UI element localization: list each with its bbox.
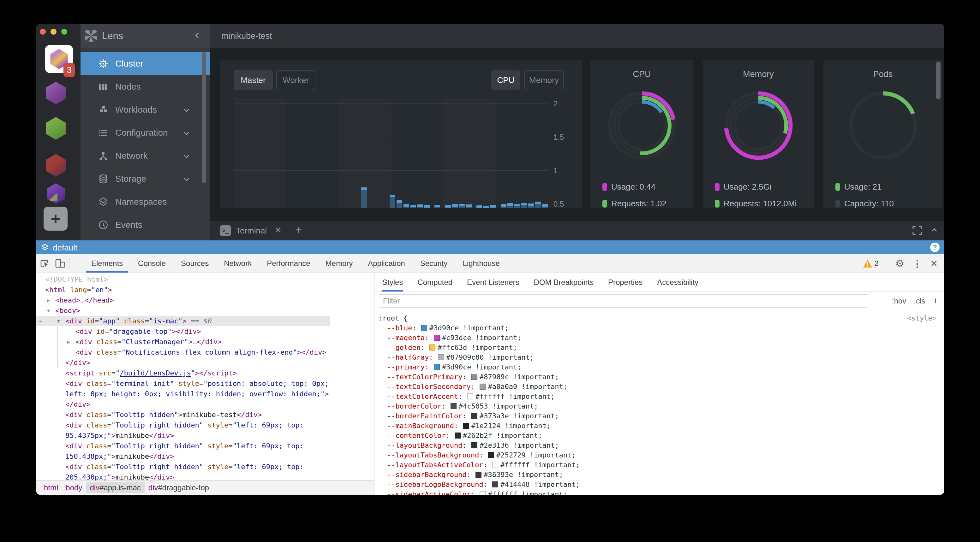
color-swatch[interactable] [480, 384, 485, 390]
devtools-settings-icon[interactable]: ⚙ [896, 257, 905, 269]
toggle-hover-state-button[interactable]: :hov [892, 296, 906, 305]
css-property[interactable]: --sidebarLogoBackground: #414448 !import… [378, 480, 936, 489]
color-swatch[interactable] [450, 403, 457, 409]
css-property[interactable]: --primary: #3d90ce !important; [378, 362, 936, 372]
dom-tree-node[interactable]: ▶<div class="ClusterManager">…</div> [36, 337, 330, 347]
node-menu-icon[interactable]: ⋯ [38, 316, 42, 326]
devtools-tab-security[interactable]: Security [413, 254, 455, 273]
devtools-tab-sources[interactable]: Sources [173, 254, 216, 273]
css-property[interactable]: --blue: #3d90ce !important; [378, 323, 936, 333]
stylesheet-source-link[interactable]: <style> [907, 313, 936, 323]
sidebar-item-workloads[interactable]: Workloads [81, 98, 210, 121]
metric-tab-memory[interactable]: Memory [524, 70, 564, 90]
inspect-element-icon[interactable] [40, 258, 50, 269]
color-swatch[interactable] [430, 344, 435, 350]
devtools-tab-lighthouse[interactable]: Lighthouse [455, 254, 507, 273]
css-property[interactable]: --layoutTabsActiveColor: #ffffff !import… [378, 460, 936, 470]
sidebar-item-configuration[interactable]: Configuration [81, 121, 210, 144]
namespace-selector[interactable]: default [53, 243, 77, 253]
devtools-menu-icon[interactable]: ⋮ [913, 258, 922, 269]
window-zoom-button[interactable] [61, 29, 67, 35]
dom-tree-node[interactable]: </div> [36, 399, 330, 409]
styles-tab-dom-breakpoints[interactable]: DOM Breakpoints [534, 273, 593, 292]
console-warning-counter[interactable]: 2 [863, 259, 878, 268]
node-tab-worker[interactable]: Worker [276, 70, 315, 90]
color-swatch[interactable] [471, 413, 477, 419]
dom-tree-node[interactable]: ▼<body> [36, 305, 330, 316]
breadcrumb-item-body[interactable]: body [62, 482, 86, 493]
devtools-tab-performance[interactable]: Performance [259, 254, 318, 273]
color-swatch[interactable] [480, 491, 485, 494]
dom-tree-node[interactable]: <div class="Notifications flex column al… [36, 347, 330, 357]
devtools-tab-memory[interactable]: Memory [318, 254, 361, 273]
css-property[interactable]: --halfGray: #87909c80 !important; [378, 352, 936, 362]
dom-tree-node[interactable]: <html lang="en"> [36, 285, 330, 295]
breadcrumb-item-div-app-is-mac[interactable]: div#app.is-mac [86, 482, 144, 493]
sidebar-item-storage[interactable]: Storage [81, 167, 210, 190]
sidebar-item-events[interactable]: Events [81, 213, 210, 236]
color-swatch[interactable] [421, 325, 427, 331]
css-property[interactable]: --textColorAccent: #ffffff !important; [378, 391, 936, 401]
dom-tree-node[interactable]: ▼⋯<div id="app" class="is-mac"> == $0 [36, 316, 330, 326]
breadcrumb-item-html[interactable]: html [40, 482, 62, 493]
color-swatch[interactable] [492, 482, 498, 487]
dom-tree-node[interactable]: <div class="terminal-init" style="positi… [36, 378, 330, 399]
styles-tab-accessibility[interactable]: Accessibility [657, 273, 698, 292]
window-minimize-button[interactable] [51, 29, 57, 35]
terminal-tab[interactable]: Terminal [236, 226, 267, 236]
terminal-add-tab-button[interactable]: + [295, 223, 302, 237]
dom-tree-node[interactable]: <!DOCTYPE html> [36, 274, 330, 285]
devtools-tab-network[interactable]: Network [216, 254, 259, 273]
node-tab-master[interactable]: Master [234, 70, 273, 90]
help-button[interactable]: ? [930, 242, 940, 252]
devtools-tab-console[interactable]: Console [130, 254, 173, 273]
css-property[interactable]: --sidebarActiveColor: #ffffff !important… [378, 489, 936, 494]
device-toolbar-icon[interactable] [55, 258, 66, 269]
sidebar-item-cluster[interactable]: Cluster [81, 52, 210, 75]
styles-tab-computed[interactable]: Computed [417, 273, 452, 292]
collapse-node-icon[interactable]: ▼ [57, 316, 60, 326]
styles-tab-styles[interactable]: Styles [382, 273, 403, 292]
css-property[interactable]: --layoutBackground: #2e3136 !important; [378, 441, 936, 450]
collapse-node-icon[interactable]: ▼ [47, 306, 50, 316]
color-swatch[interactable] [434, 335, 440, 341]
dom-tree-node[interactable]: <div id="draggable-top"></div> [36, 326, 330, 337]
cluster-icon-5[interactable] [46, 183, 66, 204]
color-swatch[interactable] [463, 423, 469, 429]
devtools-tab-elements[interactable]: Elements [84, 254, 130, 273]
main-scrollbar[interactable] [936, 62, 940, 99]
css-property[interactable]: --sidebarBackground: #36393e !important; [378, 470, 936, 480]
cluster-icon-2[interactable] [45, 82, 67, 105]
dom-tree-node[interactable]: </div> [36, 357, 330, 368]
add-cluster-button[interactable]: + [44, 207, 68, 231]
sidebar-item-nodes[interactable]: Nodes [81, 75, 210, 98]
expand-node-icon[interactable]: ▶ [47, 295, 50, 306]
window-close-button[interactable] [40, 29, 46, 35]
styles-tab-event-listeners[interactable]: Event Listeners [467, 273, 519, 292]
dom-tree-node[interactable]: ▶<head>…</head> [36, 295, 330, 305]
dom-tree-node[interactable]: <div class="Tooltip right hidden" style=… [36, 441, 330, 461]
css-property[interactable]: --textColorSecondary: #a0a0a0 !important… [378, 382, 936, 391]
sidebar-scrollbar[interactable] [202, 52, 206, 183]
devtools-close-icon[interactable]: ✕ [931, 258, 938, 269]
new-style-rule-button[interactable]: + [933, 296, 938, 306]
cluster-icon-4[interactable] [45, 154, 67, 177]
color-swatch[interactable] [455, 433, 461, 439]
color-swatch[interactable] [471, 374, 477, 380]
dom-tree-node[interactable]: <div class="Tooltip right hidden" style=… [36, 420, 330, 441]
color-swatch[interactable] [467, 393, 473, 399]
terminal-close-icon[interactable]: ✕ [275, 225, 282, 235]
terminal-collapse-icon[interactable] [932, 228, 937, 234]
color-swatch[interactable] [492, 462, 498, 468]
metric-tab-cpu[interactable]: CPU [491, 70, 520, 90]
color-swatch[interactable] [476, 472, 482, 478]
css-property[interactable]: --contentColor: #262b2f !important; [378, 431, 936, 441]
element-classes-button[interactable]: .cls [914, 296, 925, 305]
color-swatch[interactable] [488, 452, 494, 458]
color-swatch[interactable] [438, 354, 444, 360]
sidebar-collapse-icon[interactable] [196, 33, 201, 38]
css-property[interactable]: --golden: #ffc63d !important; [378, 342, 936, 352]
breadcrumb-item-div-draggable-top[interactable]: div#draggable-top [145, 482, 213, 493]
css-property[interactable]: --borderColor: #4c5053 !important; [378, 401, 936, 411]
dom-tree-node[interactable]: <script src="/build/LensDev.js"></script… [36, 368, 330, 378]
